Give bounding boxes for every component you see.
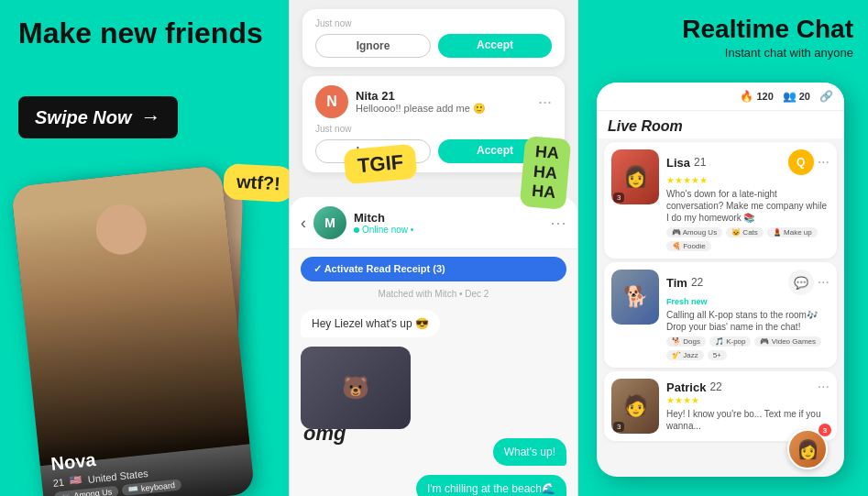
lisa-tag-3: 💄 Make up	[767, 227, 818, 237]
req-msg-2: Helloooo!! please add me 🙂	[356, 103, 531, 115]
msg-3: I'm chilling at the beach🌊	[416, 475, 566, 496]
card-name-text: Nova	[49, 449, 96, 474]
tim-avatar: 🐕	[611, 270, 659, 325]
card-person-front: Nova 21 🇺🇸 United States 🎮 Among Us ⌨️ k…	[11, 165, 255, 496]
msg-image: 🐻	[301, 347, 411, 429]
haha-sticker: HAHAHA	[520, 136, 572, 210]
lisa-top: Lisa 21 Q ···	[666, 149, 830, 175]
tim-desc: Calling all K-pop stans to the room🎶 Dro…	[666, 309, 830, 333]
lisa-dots[interactable]: ···	[818, 154, 830, 171]
tgif-sticker: TGIF	[343, 144, 417, 185]
live-header: 🔥 120 👥 20 🔗	[597, 83, 844, 111]
right-subtitle: Instant chat with anyone	[682, 46, 853, 60]
wtf-text: wtf?!	[236, 171, 281, 193]
lisa-info: Lisa 21 Q ··· ★★★★★ Who's down for a lat…	[666, 149, 830, 251]
req-info-2: Nita 21 Helloooo!! please add me 🙂	[356, 89, 531, 115]
chat-back-button[interactable]: ‹	[301, 214, 306, 233]
swipe-now-button[interactable]: Swipe Now →	[18, 96, 178, 138]
tim-tag-5: 5+	[708, 350, 727, 360]
live-user-card-tim[interactable]: 🐕 Tim 22 💬 ··· Fresh new Calling all K-p…	[604, 262, 837, 368]
tim-info: Tim 22 💬 ··· Fresh new Calling all K-pop…	[666, 270, 830, 360]
lisa-tag-1: 🎮 Amoug Us	[666, 227, 722, 237]
lisa-tag-2: 🐱 Cats	[726, 227, 764, 237]
right-headline: Realtime Chat Instant chat with anyone	[682, 15, 853, 60]
swipe-label: Swipe Now	[35, 107, 132, 128]
silhouette-front	[11, 165, 250, 466]
req-time-1: Just now	[315, 18, 552, 28]
users-icon: 👥	[783, 90, 797, 103]
lisa-tag-4: 🍕 Foodie	[666, 241, 711, 251]
patrick-stars: ★★★★	[666, 395, 830, 405]
wtf-sticker: wtf?!	[223, 163, 289, 203]
users-count: 20	[799, 91, 810, 102]
live-stat-share[interactable]: 🔗	[819, 90, 833, 103]
omg-sticker: omg	[303, 422, 346, 446]
tim-top: Tim 22 💬 ···	[666, 270, 830, 295]
tim-tags: 🐕 Dogs 🎵 K-pop 🎮 Video Games 🎷 Jazz 5+	[666, 336, 830, 360]
chat-options-icon[interactable]: ⋯	[550, 213, 566, 233]
req-dots-2[interactable]: ···	[538, 93, 552, 112]
patrick-age: 22	[709, 380, 721, 393]
headline-text: Make new friends	[18, 17, 263, 50]
chat-username: Mitch	[354, 211, 543, 225]
read-receipt-bar[interactable]: ✓ Activate Read Receipt (3)	[301, 257, 566, 281]
patrick-dots[interactable]: ···	[818, 379, 830, 395]
live-room-phone: 🔥 120 👥 20 🔗 Live Room 👩 3	[597, 83, 844, 477]
tgif-text: TGIF	[357, 150, 404, 177]
read-receipt-text: ✓ Activate Read Receipt (3)	[313, 263, 445, 275]
msg-1: Hey Liezel what's up 😎	[301, 310, 440, 337]
left-panel: Make new friends Swipe Now → Nova 21 🇺�	[0, 0, 289, 496]
tim-fresh: Fresh new	[666, 297, 830, 306]
msg-2: What's up!	[493, 438, 566, 466]
card-tag-2: ⌨️ keyboard	[121, 479, 181, 496]
swipe-arrow-icon: →	[141, 105, 161, 129]
accept-btn-1[interactable]: Accept	[438, 34, 552, 58]
lisa-stars: ★★★★★	[666, 175, 830, 185]
chat-messages: Hey Liezel what's up 😎 🐻 What's up! I'm …	[290, 303, 577, 496]
lisa-desc: Who's down for a late-night conversation…	[666, 188, 830, 224]
right-title: Realtime Chat	[682, 15, 853, 44]
left-headline: Make new friends	[18, 17, 263, 50]
card-face-front	[11, 165, 250, 466]
req-time-2: Just now	[315, 124, 552, 134]
req-top-2: N Nita 21 Helloooo!! please add me 🙂 ···	[315, 85, 552, 118]
tim-name: Tim	[666, 276, 687, 290]
chat-user-info: Mitch Online now •	[354, 211, 543, 235]
tim-avatar-img: 🐕	[611, 270, 659, 325]
lisa-tags: 🎮 Amoug Us 🐱 Cats 💄 Make up 🍕 Foodie	[666, 227, 830, 251]
req-name-2: Nita 21	[356, 89, 531, 103]
chat-avatar: M	[313, 206, 346, 239]
tim-dots[interactable]: ···	[818, 274, 830, 291]
card-front[interactable]: Nova 21 🇺🇸 United States 🎮 Among Us ⌨️ k…	[11, 165, 255, 496]
middle-panel: Just now Ignore Accept N Nita 21 Hellooo…	[289, 0, 578, 496]
tim-action[interactable]: 💬	[788, 270, 814, 295]
tim-age: 22	[691, 276, 703, 289]
live-stats: 🔥 120 👥 20 🔗	[720, 90, 833, 103]
tim-tag-4: 🎷 Jazz	[666, 350, 704, 360]
fire-icon: 🔥	[740, 90, 753, 103]
patrick-float-badge: 3	[819, 424, 831, 436]
omg-text: omg	[303, 422, 346, 445]
lisa-gold-ring: Q	[788, 149, 814, 175]
chat-section: ‹ M Mitch Online now • ⋯ ✓ Activate Read…	[290, 197, 577, 496]
chat-status-text: Online now •	[362, 225, 413, 235]
haha-text: HAHAHA	[531, 142, 559, 202]
live-stat-users: 👥 20	[783, 90, 810, 103]
chat-status: Online now •	[354, 225, 543, 235]
live-user-card-lisa[interactable]: 👩 3 Lisa 21 Q ··· ★★★★★ Who's down for a…	[604, 142, 837, 259]
chat-matched-text: Matched with Mitch • Dec 2	[290, 289, 577, 299]
flag-icon: 🇺🇸	[69, 474, 82, 487]
lisa-name: Lisa	[666, 156, 690, 170]
lisa-avatar: 👩 3	[611, 149, 659, 204]
ignore-btn-1[interactable]: Ignore	[315, 34, 431, 58]
right-panel: Realtime Chat Instant chat with anyone 🔥…	[578, 0, 868, 496]
req-avatar-2: N	[315, 85, 348, 118]
fire-count: 120	[756, 91, 773, 102]
req-btns-1: Ignore Accept	[315, 34, 552, 58]
live-user-card-patrick[interactable]: 🧑 3 Patrick 22 ··· ★★★★ Hey! I know you'…	[604, 371, 837, 441]
image-emoji-icon: 🐻	[342, 375, 369, 401]
live-room-title: Live Room	[597, 111, 844, 138]
tim-tag-3: 🎮 Video Games	[754, 336, 821, 347]
lisa-age: 21	[694, 156, 706, 169]
tim-tag-1: 🐕 Dogs	[666, 336, 706, 347]
